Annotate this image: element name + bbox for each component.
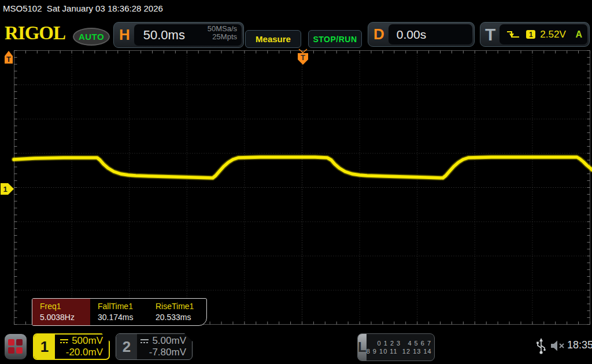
trigger-label: T [480, 25, 500, 44]
logic-row-8-15: 8 9 10 11 12 13 14 15 [367, 347, 435, 355]
channel-2-status[interactable]: 2 5.00mV -7.80mV [116, 333, 193, 360]
window-grid-glyph [8, 339, 23, 354]
delay-settings-block[interactable]: D 0.00s [368, 22, 475, 47]
measure-button-label: Measure [256, 34, 291, 44]
rigol-logo: RIGOL [5, 23, 65, 44]
measurement-value: 30.174ms [98, 313, 148, 322]
clock: 18:35 [567, 339, 592, 351]
horizontal-label: H [114, 26, 134, 44]
trigger-position-marker[interactable]: T [298, 49, 308, 65]
stop-run-button-label: STOP/RUN [313, 35, 357, 44]
trigger-source-badge: 1 [526, 30, 535, 39]
measure-button[interactable]: Measure [245, 30, 301, 48]
channel-1-status[interactable]: 1 500mV -20.0mV [33, 333, 110, 360]
sample-rate: 50MSa/s [208, 25, 237, 33]
measurement-risetime1[interactable]: RiseTime1 20.533ms [148, 299, 206, 325]
channel-1-trace [14, 157, 592, 178]
channel-1-tab: 1 [34, 335, 55, 359]
dc-coupling-icon [140, 338, 149, 344]
oscilloscope-screen: MSO5102 Sat January 03 18:36:28 2026 TT1… [0, 0, 592, 364]
falling-edge-icon [506, 29, 520, 40]
measurement-falltime1[interactable]: FallTime1 30.174ms [90, 299, 148, 325]
channel-1-values: 500mV -20.0mV [55, 335, 109, 359]
channel-1-scale: 500mV [72, 335, 103, 347]
delay-label: D [368, 25, 388, 43]
channel-2-scale: 5.00mV [152, 335, 186, 347]
channel-2-values: 5.00mV -7.80mV [137, 334, 192, 359]
bottom-status-bar: 1 500mV -20.0mV 2 [0, 329, 592, 364]
logic-row-0-7: 0 1 2 3 4 5 6 7 [378, 339, 431, 347]
usb-icon [536, 338, 546, 355]
stop-run-button[interactable]: STOP/RUN [308, 30, 362, 48]
trigger-sweep-mode: A [575, 29, 582, 40]
logic-channel-numbers: 0 1 2 3 4 5 6 7 8 9 10 11 12 13 14 15 [367, 334, 435, 361]
svg-text:1: 1 [3, 185, 7, 194]
scope-grid [14, 51, 590, 325]
measurement-value: 20.533ms [156, 313, 206, 322]
auto-mode-label: AUTO [79, 32, 104, 42]
channel-1-offset-marker[interactable]: 1 [1, 183, 14, 195]
memory-depth: 25Mpts [208, 33, 237, 41]
muted-speaker-icon[interactable] [550, 340, 565, 352]
measurement-value: 5.0038Hz [40, 313, 90, 322]
horizontal-inner: 50.0ms 50MSa/s 25Mpts [134, 24, 242, 46]
delay-inner: 0.00s [388, 24, 472, 44]
logic-channels-status[interactable]: L 0 1 2 3 4 5 6 7 8 9 10 11 12 13 14 15 [357, 333, 435, 361]
header-bar: RIGOL AUTO H 50.0ms 50MSa/s 25Mpts Measu… [0, 18, 592, 49]
measurement-label: Freq1 [40, 302, 90, 311]
trigger-level-value: 2.52V [540, 29, 565, 40]
channel-1-offset: -20.0mV [66, 347, 103, 358]
sample-info: 50MSa/s 25Mpts [208, 25, 237, 41]
acquisition-mode-badge: AUTO [73, 28, 110, 46]
trigger-inner: 1 2.52V A [500, 24, 587, 44]
dc-coupling-icon [60, 338, 69, 344]
horizontal-settings-block[interactable]: H 50.0ms 50MSa/s 25Mpts [113, 22, 244, 48]
trigger-level-marker[interactable]: T [5, 51, 13, 64]
measurement-freq1[interactable]: Freq1 5.0038Hz [32, 299, 90, 325]
delay-value: 0.00s [397, 28, 426, 42]
channel-2-offset: -7.80mV [149, 347, 186, 358]
measurement-label: RiseTime1 [156, 302, 206, 311]
trigger-settings-block[interactable]: T 1 2.52V A [480, 22, 590, 47]
logic-tab: L [358, 334, 367, 361]
svg-text:T: T [6, 55, 11, 64]
measurement-results-box: Freq1 5.0038Hz FallTime1 30.174ms RiseTi… [32, 298, 207, 326]
channel-2-tab: 2 [116, 334, 137, 359]
multi-window-icon[interactable] [5, 334, 27, 359]
timebase-value: 50.0ms [143, 28, 185, 43]
measurement-label: FallTime1 [98, 302, 148, 311]
svg-text:T: T [301, 53, 305, 62]
